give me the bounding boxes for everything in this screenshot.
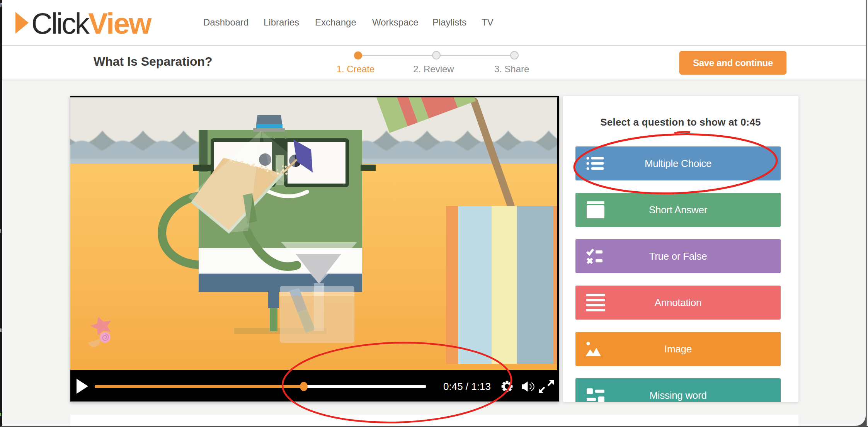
svg-text:0:45 / 1:13: 0:45 / 1:13 [443, 381, 491, 392]
